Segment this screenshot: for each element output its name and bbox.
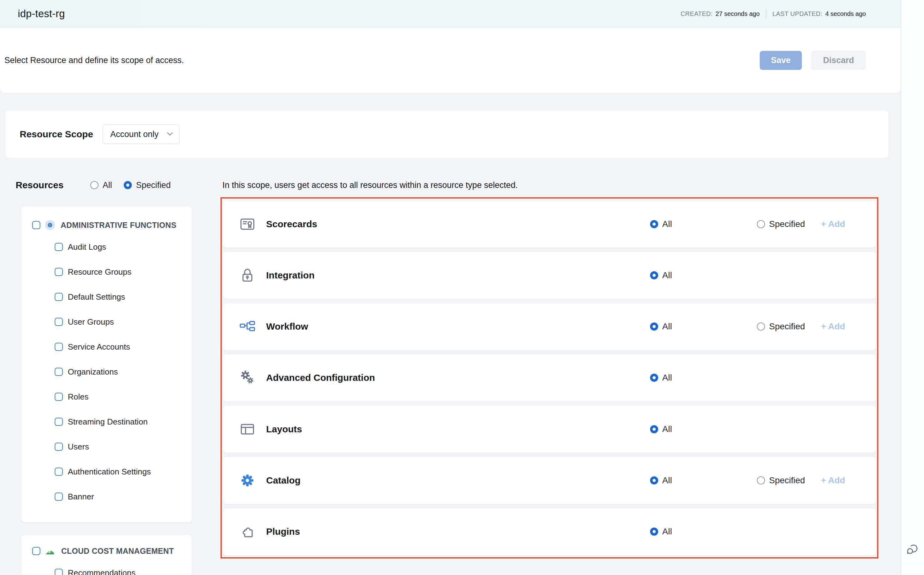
item-checkbox[interactable] <box>55 443 63 451</box>
item-label: Default Settings <box>68 292 125 302</box>
item-checkbox[interactable] <box>55 368 63 376</box>
resource-scope-dropdown[interactable]: Account only <box>102 125 180 144</box>
item-label: Service Accounts <box>68 342 130 352</box>
all-radio[interactable] <box>650 527 658 536</box>
item-label: Streaming Destination <box>68 417 148 427</box>
right-gutter <box>901 0 924 575</box>
resources-all-label: All <box>102 180 112 190</box>
item-checkbox[interactable] <box>55 318 63 326</box>
layout-icon <box>239 421 256 438</box>
toolbar: Select Resource and define its scope of … <box>0 28 901 93</box>
resource-type-label: Integration <box>266 270 315 281</box>
puzzle-icon <box>239 523 256 540</box>
gear-solid-icon <box>239 472 256 489</box>
resource-group-row: ADMINISTRATIVE FUNCTIONS <box>21 216 192 234</box>
all-radio[interactable] <box>650 322 658 330</box>
resource-type-label: Scorecards <box>266 219 317 229</box>
all-radio[interactable] <box>650 374 658 382</box>
resource-item-row: Default Settings <box>21 284 192 309</box>
item-label: Roles <box>68 392 88 402</box>
resource-type-row-integration: Integration All <box>222 251 876 299</box>
resource-type-row-layouts: Layouts All <box>222 405 876 453</box>
item-checkbox[interactable] <box>55 243 63 251</box>
resources-group-card-admin: ADMINISTRATIVE FUNCTIONS Audit Logs Reso… <box>21 206 192 523</box>
scorecard-icon <box>239 216 256 233</box>
toolbar-description: Select Resource and define its scope of … <box>4 28 184 93</box>
item-label: Users <box>68 442 89 452</box>
resources-specified-radio[interactable] <box>124 181 132 189</box>
add-link[interactable]: + Add <box>821 321 845 332</box>
resources-group-card-ccm: ☁$ CLOUD COST MANAGEMENT Recommendations <box>21 534 192 575</box>
item-label: Authentication Settings <box>68 467 151 477</box>
gears-icon <box>239 369 256 386</box>
group-label: CLOUD COST MANAGEMENT <box>61 546 174 556</box>
resource-scope-card: Resource Scope Account only <box>5 110 889 159</box>
item-checkbox[interactable] <box>55 418 63 426</box>
resource-item-row: Streaming Destination <box>21 409 192 434</box>
resource-type-row-scorecards: Scorecards All Specified + Add <box>222 200 876 248</box>
chat-support-icon[interactable] <box>906 542 920 558</box>
specified-radio[interactable] <box>757 322 765 330</box>
resource-scope-label: Resource Scope <box>20 129 93 140</box>
item-checkbox[interactable] <box>55 268 63 276</box>
all-label: All <box>662 321 672 332</box>
highlighted-resource-list: Scorecards All Specified + Add Integrati… <box>221 197 878 558</box>
toolbar-buttons: Save Discard <box>760 28 866 93</box>
cloud-dollar-icon: ☁$ <box>45 546 56 556</box>
all-label: All <box>662 373 672 383</box>
resource-item-row: Roles <box>21 384 192 409</box>
all-radio[interactable] <box>650 425 658 433</box>
item-label: Resource Groups <box>68 267 132 277</box>
all-label: All <box>662 424 672 434</box>
last-updated-value: 4 seconds ago <box>825 10 866 17</box>
resource-item-row: Audit Logs <box>21 234 192 259</box>
group-label: ADMINISTRATIVE FUNCTIONS <box>61 221 177 230</box>
resource-item-row: Users <box>21 434 192 459</box>
resources-header: Resources All Specified <box>16 180 171 191</box>
resource-type-label: Plugins <box>266 526 300 537</box>
specified-radio[interactable] <box>757 477 765 484</box>
item-checkbox[interactable] <box>55 492 63 501</box>
item-checkbox[interactable] <box>55 343 63 351</box>
all-label: All <box>662 219 672 229</box>
item-label: Audit Logs <box>68 242 106 252</box>
all-radio[interactable] <box>650 220 658 228</box>
item-checkbox[interactable] <box>55 293 63 301</box>
add-link[interactable]: + Add <box>821 475 845 485</box>
resource-type-label: Catalog <box>266 475 301 486</box>
resource-type-row-plugins: Plugins All <box>222 508 876 556</box>
specified-label: Specified <box>769 321 805 332</box>
resource-type-row-advanced-configuration: Advanced Configuration All <box>222 354 876 402</box>
all-label: All <box>662 527 672 537</box>
resource-group-row: ☁$ CLOUD COST MANAGEMENT <box>21 542 192 560</box>
resource-scope-value: Account only <box>110 130 159 139</box>
item-checkbox[interactable] <box>55 569 63 575</box>
all-radio[interactable] <box>650 271 658 280</box>
specified-label: Specified <box>769 219 805 229</box>
save-button[interactable]: Save <box>760 51 802 70</box>
resource-item-row: Recommendations <box>21 560 192 575</box>
item-label: Recommendations <box>68 568 135 575</box>
last-updated-label: LAST UPDATED: <box>773 10 822 17</box>
scope-note: In this scope, users get access to all r… <box>222 180 518 190</box>
created-value: 27 seconds ago <box>716 10 760 17</box>
item-label: User Groups <box>68 317 114 327</box>
lock-icon <box>239 267 256 284</box>
item-label: Banner <box>68 492 94 502</box>
resource-item-row: Organizations <box>21 359 192 384</box>
admin-gear-icon <box>45 220 55 230</box>
specified-radio[interactable] <box>757 220 765 228</box>
resources-all-radio[interactable] <box>90 181 99 189</box>
item-checkbox[interactable] <box>55 468 63 476</box>
resources-title: Resources <box>16 180 64 191</box>
header-meta: CREATED: 27 seconds ago LAST UPDATED: 4 … <box>681 0 866 27</box>
add-link[interactable]: + Add <box>821 219 845 229</box>
chevron-down-icon <box>167 132 173 137</box>
resource-item-row: Authentication Settings <box>21 459 192 484</box>
resource-type-row-workflow: Workflow All Specified + Add <box>222 303 876 351</box>
all-radio[interactable] <box>650 477 658 484</box>
discard-button[interactable]: Discard <box>811 51 866 70</box>
group-checkbox[interactable] <box>32 547 40 555</box>
group-checkbox[interactable] <box>32 221 40 229</box>
item-checkbox[interactable] <box>55 393 63 401</box>
